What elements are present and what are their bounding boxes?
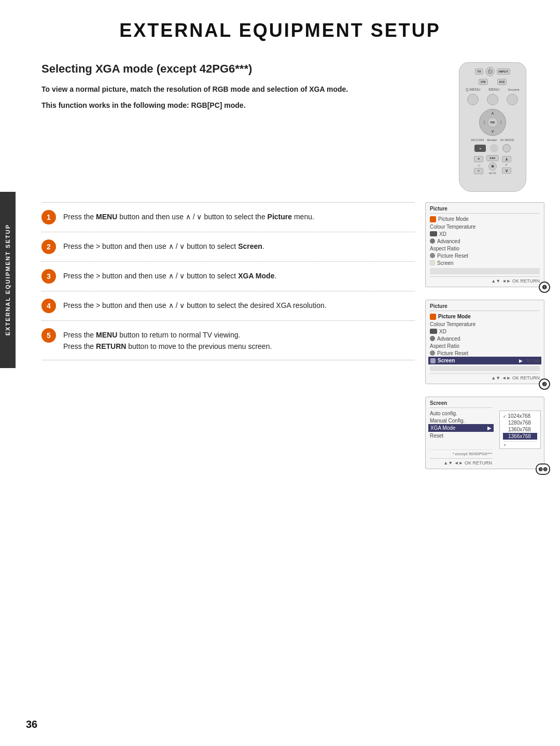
bubble-1: ❶ — [539, 281, 550, 293]
menu-3-item-xga: XGA Mode ▶ — [428, 424, 494, 432]
step-4: 4 Press the > button and then use ∧ / ∨ … — [41, 291, 415, 320]
page-title: EXTERNAL EQUIPMENT SETUP — [0, 0, 560, 57]
menu-screenshot-2: Picture Picture Mode Colour Temperature … — [425, 300, 544, 384]
remote-control: TV ⏻ INPUT STB DVD Q.MENU MENU Simplink — [459, 62, 526, 192]
menu-3-item-manual: Manual Config. — [430, 417, 492, 424]
step-1-circle: 1 — [41, 210, 56, 224]
res-1366: 1366x768 — [503, 433, 537, 440]
menu-2-item-6: Picture Reset — [430, 349, 540, 357]
menu-3-nav: ▲▼ ◄► OK RETURN — [430, 458, 492, 466]
step-4-circle: 4 — [41, 299, 56, 313]
step-3-circle: 3 — [41, 269, 56, 284]
step-2-circle: 2 — [41, 240, 56, 254]
step-5-circle: 5 — [41, 328, 56, 343]
desc-text-1: To view a normal picture, match the reso… — [41, 84, 441, 95]
menu-2-item-screen: Screen ▶ To Set — [428, 357, 541, 364]
menu-2-title: Picture — [430, 303, 540, 311]
function-text: This function works in the following mod… — [41, 100, 441, 111]
menu-3-item-auto: Auto config. — [430, 410, 492, 417]
sidebar-label: EXTERNAL EQUIPMENT SETUP — [0, 192, 16, 368]
menu-2-item-4: Advanced — [430, 335, 540, 342]
menu-2-item-1: Picture Mode — [430, 313, 540, 320]
step-3: 3 Press the > button and then use ∧ / ∨ … — [41, 261, 415, 291]
menu-3-item-reset: Reset — [430, 432, 492, 439]
menu-2-item-2: Colour Temperature — [430, 320, 540, 328]
except-note: * except 50/60PG6*** — [430, 449, 492, 456]
step-2-text: Press the > button and then use ∧ / ∨ bu… — [63, 240, 264, 252]
menu-2-nav: ▲▼ ◄► OK RETURN — [430, 373, 540, 381]
menu-1-item-3: XD — [430, 230, 540, 237]
resolution-dropdown: 1024x768 1280x768 1360x768 1366x768 ▼ — [499, 411, 541, 449]
res-1360: 1360x768 — [503, 426, 537, 433]
menu-screenshot-1: Picture Picture Mode Colour Temperature … — [425, 202, 544, 287]
menu-screenshots: Picture Picture Mode Colour Temperature … — [425, 202, 544, 469]
menu-2-item-5: Aspect Ratio — [430, 342, 540, 349]
res-1280: 1280x768 — [503, 419, 537, 426]
menu-1-item-1: Picture Mode — [430, 215, 540, 223]
steps-container: 1 Press the MENU button and then use ∧ /… — [41, 202, 415, 469]
menu-1-title: Picture — [430, 206, 540, 214]
menu-1-item-5: Aspect Ratio — [430, 245, 540, 252]
menu-1-item-6: Picture Reset — [430, 252, 540, 259]
step-5: 5 Press the MENU button to return to nor… — [41, 320, 415, 360]
menu-1-item-7: Screen — [430, 259, 540, 266]
menu-screenshot-3: Screen Auto config. Manual Config. XGA M… — [425, 397, 544, 469]
menu-1-nav: ▲▼ ◄► OK RETURN — [430, 276, 540, 284]
step-5-text: Press the MENU button to return to norma… — [63, 328, 272, 353]
menu-1-item-4: Advanced — [430, 237, 540, 245]
step-3-text: Press the > button and then use ∧ / ∨ bu… — [63, 269, 276, 281]
bubble-34: ❸❹ — [536, 463, 550, 475]
res-1024: 1024x768 — [503, 413, 537, 419]
page-number: 36 — [26, 719, 37, 730]
step-1-text: Press the MENU button and then use ∧ / ∨… — [63, 210, 314, 222]
step-1: 1 Press the MENU button and then use ∧ /… — [41, 202, 415, 232]
menu-2-item-3: XD — [430, 328, 540, 335]
menu-1-item-2: Colour Temperature — [430, 223, 540, 230]
menu-3-title: Screen — [430, 400, 492, 408]
step-2: 2 Press the > button and then use ∧ / ∨ … — [41, 232, 415, 261]
section-heading: Selecting XGA mode (except 42PG6***) — [41, 62, 441, 76]
step-4-text: Press the > button and then use ∧ / ∨ bu… — [63, 299, 327, 311]
bubble-2: ❷ — [539, 378, 550, 390]
